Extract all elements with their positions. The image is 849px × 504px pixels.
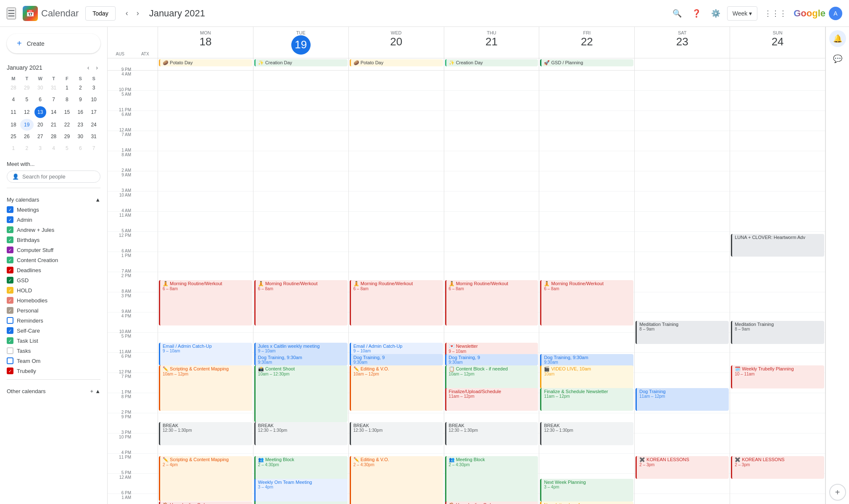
day-number[interactable]: 23 bbox=[636, 35, 728, 48]
calendar-event[interactable]: Dog Training11am – 12pm bbox=[635, 388, 729, 411]
mini-cal-day[interactable]: 16 bbox=[74, 105, 87, 119]
mini-cal-day[interactable]: 3 bbox=[87, 82, 100, 94]
mini-cal-day[interactable]: 13 bbox=[34, 105, 47, 119]
calendar-item[interactable]: ✓Andrew + Jules bbox=[3, 225, 104, 235]
calendar-checkbox[interactable]: ✓ bbox=[7, 226, 13, 233]
calendar-checkbox[interactable]: ✓ bbox=[7, 216, 13, 223]
mini-cal-day[interactable]: 1 bbox=[60, 82, 74, 94]
calendar-checkbox[interactable] bbox=[7, 347, 13, 354]
calendar-event[interactable]: ✏️ Scripting & Content Mapping10am – 12p… bbox=[159, 365, 252, 411]
menu-button[interactable]: ☰ bbox=[7, 8, 16, 19]
allday-event[interactable]: ✨ Creation Day bbox=[445, 59, 538, 66]
mini-cal-day[interactable]: 7 bbox=[47, 94, 61, 105]
calendar-checkbox[interactable]: ✓ bbox=[7, 327, 13, 334]
create-button[interactable]: + Create bbox=[7, 34, 100, 53]
allday-event[interactable]: 🚀 GSD / Planning bbox=[540, 59, 633, 66]
mini-cal-day[interactable]: 11 bbox=[7, 105, 20, 119]
calendar-event[interactable]: Meditation Training8 – 9am bbox=[635, 321, 729, 344]
today-button[interactable]: Today bbox=[85, 6, 115, 21]
calendar-item[interactable]: Team Om bbox=[3, 356, 104, 366]
next-arrow[interactable]: › bbox=[133, 7, 142, 19]
calendar-item[interactable]: ✓Personal bbox=[3, 305, 104, 315]
mini-cal-day[interactable]: 5 bbox=[20, 94, 34, 105]
mini-cal-day[interactable]: 4 bbox=[47, 142, 61, 154]
mini-cal-day[interactable]: 10 bbox=[87, 94, 100, 105]
calendar-checkbox[interactable]: ✓ bbox=[7, 206, 13, 213]
calendar-event[interactable]: 🧘 Morning Routine/Werkout6 – 8am bbox=[540, 280, 633, 326]
calendar-event[interactable]: Dog Training, 9:30am9:30am bbox=[254, 354, 348, 365]
mini-cal-day[interactable]: 23 bbox=[74, 119, 87, 131]
calendar-event[interactable]: 🏠 Homebodies Orders4 – 5pm bbox=[159, 501, 252, 504]
view-selector[interactable]: Week ▾ bbox=[727, 6, 758, 21]
mini-cal-day[interactable]: 14 bbox=[47, 105, 61, 119]
mini-cal-day[interactable]: 17 bbox=[87, 105, 100, 119]
calendar-item[interactable]: ✓Computer Stuff bbox=[3, 245, 104, 255]
calendar-event[interactable]: BREAK12:30 – 1:30pm bbox=[159, 422, 252, 445]
reminder-icon-button[interactable]: 🔔 bbox=[829, 30, 846, 47]
settings-button[interactable]: ⚙️ bbox=[708, 5, 724, 21]
mini-cal-next[interactable]: › bbox=[93, 63, 100, 72]
mini-cal-day[interactable]: 20 bbox=[34, 119, 47, 131]
calendar-event[interactable]: Finalize/Upload/Schedule11am – 12pm bbox=[445, 388, 538, 411]
search-people-input[interactable]: 👤 Search for people bbox=[7, 171, 100, 183]
calendar-event[interactable]: 📸 Content Shoot10am – 12:30pm bbox=[254, 365, 348, 422]
apps-button[interactable]: ⋮⋮⋮ bbox=[761, 5, 790, 21]
calendar-checkbox[interactable]: ✓ bbox=[7, 267, 13, 273]
mini-cal-day[interactable]: 31 bbox=[87, 131, 100, 142]
calendar-checkbox[interactable]: ✓ bbox=[7, 337, 13, 344]
other-calendars-header[interactable]: Other calendars + ▲ bbox=[0, 383, 107, 396]
day-number[interactable]: 19 bbox=[291, 35, 311, 55]
calendar-event[interactable]: 🏠 Homebodies Orders4 – 5pm bbox=[445, 501, 538, 504]
calendar-event[interactable]: Dog Training, 99:30am bbox=[350, 354, 443, 365]
mini-cal-day[interactable]: 28 bbox=[47, 131, 61, 142]
calendar-event[interactable]: Weekly Om Team Meeting3 – 4pm bbox=[254, 479, 348, 501]
calendar-item[interactable]: ✓Content Creation bbox=[3, 255, 104, 265]
calendar-event[interactable]: BREAK12:30 – 1:30pm bbox=[445, 422, 538, 445]
calendar-checkbox[interactable]: ✓ bbox=[7, 307, 13, 314]
user-avatar[interactable]: A bbox=[829, 7, 842, 20]
mini-cal-day[interactable]: 31 bbox=[47, 82, 61, 94]
calendar-item[interactable]: ✓Task List bbox=[3, 336, 104, 346]
calendar-checkbox[interactable]: ✓ bbox=[7, 368, 13, 374]
day-number[interactable]: 22 bbox=[541, 35, 633, 48]
mini-cal-day[interactable]: 6 bbox=[34, 94, 47, 105]
day-number[interactable]: 24 bbox=[732, 35, 823, 48]
mini-cal-day[interactable]: 24 bbox=[87, 119, 100, 131]
calendar-event[interactable]: Email / Admin Catch-Up9 – 10am bbox=[159, 343, 252, 365]
allday-event[interactable]: ✨ Creation Day bbox=[254, 59, 348, 66]
mini-cal-day[interactable]: 27 bbox=[34, 131, 47, 142]
mini-cal-day[interactable]: 7 bbox=[87, 142, 100, 154]
right-panel-add-button[interactable]: + bbox=[829, 484, 846, 501]
calendar-event[interactable]: 🧘 Morning Routine/Werkout6 – 8am bbox=[445, 280, 538, 326]
mini-cal-day[interactable]: 6 bbox=[74, 142, 87, 154]
mini-cal-day[interactable]: 26 bbox=[20, 131, 34, 142]
mini-cal-day[interactable]: 4 bbox=[7, 94, 20, 105]
mini-cal-day[interactable]: 22 bbox=[60, 119, 74, 131]
mini-cal-day[interactable]: 30 bbox=[34, 82, 47, 94]
mini-cal-day[interactable]: 25 bbox=[7, 131, 20, 142]
mini-cal-day[interactable]: 2 bbox=[74, 82, 87, 94]
calendar-event[interactable]: Newsletter due, 4pm4pm bbox=[540, 501, 633, 504]
calendar-checkbox[interactable]: ✓ bbox=[7, 297, 13, 304]
calendar-event[interactable]: Next Week Planning3 – 4pm bbox=[540, 479, 633, 501]
mini-cal-day[interactable]: 9 bbox=[74, 94, 87, 105]
calendar-item[interactable]: ✓Homebodies bbox=[3, 295, 104, 305]
mini-cal-day[interactable]: 21 bbox=[47, 119, 61, 131]
calendar-item[interactable]: ✓HOLD bbox=[3, 285, 104, 295]
allday-event[interactable]: 🥔 Potato Day bbox=[350, 59, 443, 66]
my-calendars-header[interactable]: My calendars ▲ bbox=[0, 192, 107, 205]
calendar-item[interactable]: ✓Admin bbox=[3, 215, 104, 225]
mini-cal-day[interactable]: 15 bbox=[60, 105, 74, 119]
calendar-checkbox[interactable] bbox=[7, 317, 13, 324]
calendar-item[interactable]: ✓GSD bbox=[3, 275, 104, 285]
calendar-event[interactable]: LUNA + CLOVER: Heartworm Adv bbox=[731, 234, 824, 257]
calendar-event[interactable]: 🧘 Morning Routine/Werkout6 – 8am bbox=[350, 280, 443, 326]
calendar-item[interactable]: ✓Self-Care bbox=[3, 326, 104, 336]
calendar-checkbox[interactable] bbox=[7, 357, 13, 364]
help-button[interactable]: ❓ bbox=[688, 5, 704, 21]
mini-cal-day[interactable]: 19 bbox=[20, 119, 34, 131]
calendar-event[interactable]: BREAK12:30 – 1:30pm bbox=[540, 422, 633, 445]
calendar-checkbox[interactable]: ✓ bbox=[7, 247, 13, 253]
other-cal-add-icon[interactable]: + bbox=[90, 388, 94, 394]
mini-cal-day[interactable]: 12 bbox=[20, 105, 34, 119]
